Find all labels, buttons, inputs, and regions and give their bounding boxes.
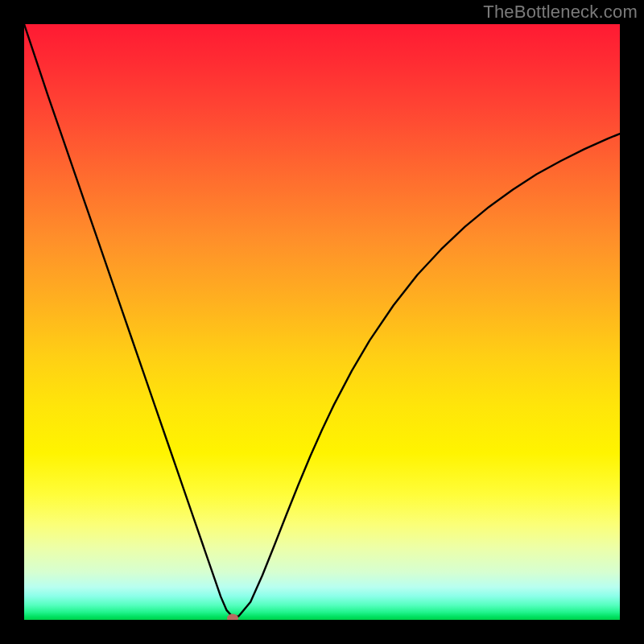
- chart-frame: TheBottleneck.com: [0, 0, 644, 644]
- bottleneck-curve: [24, 24, 620, 620]
- optimal-point-marker: [227, 613, 238, 620]
- watermark-text: TheBottleneck.com: [483, 2, 638, 23]
- plot-area: [24, 24, 620, 620]
